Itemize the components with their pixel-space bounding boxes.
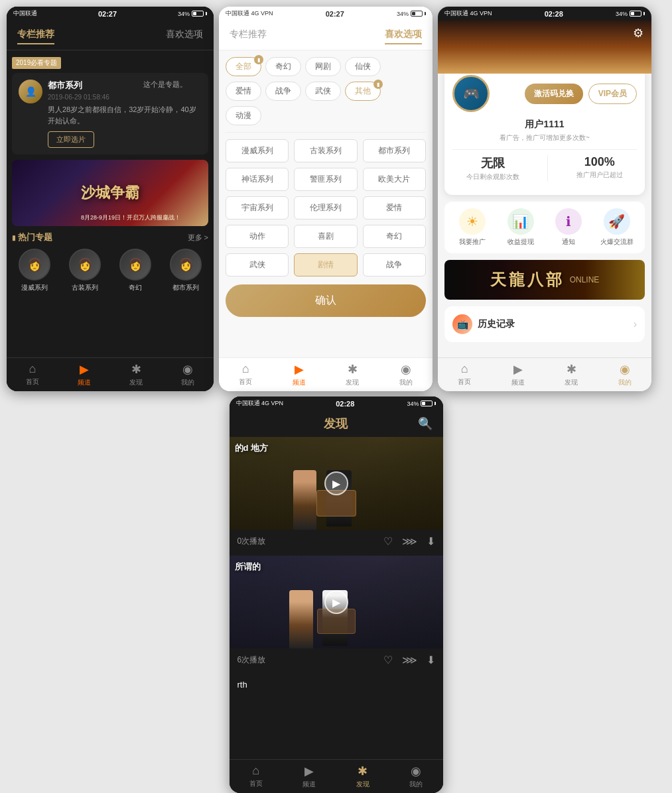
nav-mine-3[interactable]: ◉ 我的 xyxy=(598,362,652,387)
play-btn-2[interactable]: ▶ xyxy=(324,590,348,614)
channel-icon-1: ▶ xyxy=(80,362,89,377)
tab-column-recommend[interactable]: 专栏推荐 xyxy=(17,26,54,44)
download-icon-2[interactable]: ⬇ xyxy=(427,654,435,666)
sub-tag-ethics[interactable]: 伦理系列 xyxy=(294,196,357,219)
nav-channel-2[interactable]: ▶ 频道 xyxy=(273,362,326,387)
tag-other[interactable]: 其他 ▮ xyxy=(345,82,381,101)
nav-home-1[interactable]: ⌂ 首页 xyxy=(7,362,58,387)
top-tags-row2: 爱情 战争 武侠 其他 ▮ xyxy=(226,82,426,101)
tag-war[interactable]: 战争 xyxy=(265,82,301,101)
game-banner[interactable]: 沙城争霸 8月28-9月19日！开启万人跨服鏖战！ xyxy=(12,160,208,226)
search-icon-4[interactable]: 🔍 xyxy=(418,416,433,431)
hot-item-1[interactable]: 👩 古装系列 xyxy=(62,249,107,292)
nav-channel-3[interactable]: ▶ 频道 xyxy=(492,362,545,387)
like-icon-1[interactable]: ♡ xyxy=(383,535,393,548)
income-label: 收益提现 xyxy=(507,237,534,247)
sub-tag-drama[interactable]: 剧情 xyxy=(294,253,357,276)
time-2: 02:27 xyxy=(326,10,344,18)
tab-column-2[interactable]: 专栏推荐 xyxy=(230,26,267,44)
sub-tag-action[interactable]: 动作 xyxy=(226,225,289,248)
content-area-1: 2019必看专题 👤 都市系列 2019-06-29 01:58:46 男人28… xyxy=(7,50,214,357)
hot-more-btn[interactable]: 更多 > xyxy=(188,233,208,243)
bottom-nav-3: ⌂ 首页 ▶ 频道 ✱ 发现 ◉ 我的 xyxy=(438,357,651,391)
sub-tags-grid: 漫威系列 古装系列 都市系列 神话系列 警匪系列 欧美大片 宇宙系列 伦理系列 … xyxy=(226,139,426,276)
hot-item-0[interactable]: 👩 漫威系列 xyxy=(12,249,57,292)
tag-webseries[interactable]: 网剧 xyxy=(305,57,341,76)
func-promote[interactable]: ☀ 我要推广 xyxy=(451,208,494,247)
nav-discover-2[interactable]: ✱ 发现 xyxy=(326,362,379,387)
mine-label-1: 我的 xyxy=(181,378,194,387)
carrier-3: 中国联通 4G VPN xyxy=(444,9,492,18)
top-tags-row3: 动漫 xyxy=(226,106,426,125)
tag-all[interactable]: 全部 ▮ xyxy=(226,57,261,76)
sub-tag-urban[interactable]: 都市系列 xyxy=(363,139,426,162)
status-bar-2: 中国联通 4G VPN 02:27 34% xyxy=(219,7,433,21)
header-tabs-1: 专栏推荐 喜欢选项 xyxy=(7,21,214,50)
home-label-4: 首页 xyxy=(249,779,263,788)
func-income[interactable]: 📊 收益提现 xyxy=(500,208,543,247)
sub-tag-martial2[interactable]: 武侠 xyxy=(226,253,289,276)
banner-label: 2019必看专题 xyxy=(12,57,61,69)
mine-label-2: 我的 xyxy=(399,378,413,387)
video-card-1[interactable]: ▶ 的d 地方 0次播放 ♡ ⋙ ⬇ xyxy=(230,437,443,553)
nav-home-4[interactable]: ⌂ 首页 xyxy=(230,764,283,789)
nav-mine-4[interactable]: ◉ 我的 xyxy=(389,764,443,789)
vip-btn[interactable]: VIP会员 xyxy=(588,84,637,104)
nav-discover-4[interactable]: ✱ 发现 xyxy=(336,764,390,789)
channel-label-2: 频道 xyxy=(293,378,306,387)
watch-now-btn[interactable]: 立即选片 xyxy=(48,131,94,148)
settings-icon[interactable]: ⚙ xyxy=(633,26,643,40)
sub-tag-crime[interactable]: 警匪系列 xyxy=(294,168,357,191)
func-group[interactable]: 🚀 火爆交流群 xyxy=(596,208,639,247)
sub-tag-universe[interactable]: 宇宙系列 xyxy=(226,196,289,219)
sub-tag-comedy[interactable]: 喜剧 xyxy=(294,225,357,248)
stat-label-promote: 推广用户已超过 xyxy=(576,170,623,180)
discover-icon-1: ✱ xyxy=(131,362,141,377)
share-icon-1[interactable]: ⋙ xyxy=(402,535,417,548)
game-title-3: 天龍八部 xyxy=(490,269,565,290)
time-4: 02:28 xyxy=(336,400,354,408)
hot-item-2[interactable]: 👩 奇幻 xyxy=(113,249,158,292)
discover-title: 发现 xyxy=(324,416,348,432)
tag-romance[interactable]: 爱情 xyxy=(226,82,261,101)
download-icon-1[interactable]: ⬇ xyxy=(427,535,435,548)
tag-fantasy[interactable]: 奇幻 xyxy=(265,57,301,76)
sub-tag-costume[interactable]: 古装系列 xyxy=(294,139,357,162)
nav-discover-3[interactable]: ✱ 发现 xyxy=(545,362,598,387)
video-card-2[interactable]: ▶ 所谓的 6次播放 ♡ ⋙ ⬇ xyxy=(230,556,443,672)
func-notify[interactable]: ℹ 通知 xyxy=(547,208,590,247)
discover-icon-2: ✱ xyxy=(348,362,358,377)
nav-discover-1[interactable]: ✱ 发现 xyxy=(110,362,162,387)
confirm-button[interactable]: 确认 xyxy=(226,284,426,317)
share-icon-2[interactable]: ⋙ xyxy=(402,654,417,666)
tag-anime[interactable]: 动漫 xyxy=(226,106,261,125)
discover-icon-4: ✱ xyxy=(358,764,368,778)
tab-favorites[interactable]: 喜欢选项 xyxy=(166,26,203,44)
sub-tag-marvel[interactable]: 漫威系列 xyxy=(226,139,289,162)
nav-mine-2[interactable]: ◉ 我的 xyxy=(379,362,433,387)
group-label: 火爆交流群 xyxy=(600,237,634,247)
tab-favorites-2[interactable]: 喜欢选项 xyxy=(385,26,422,44)
nav-home-2[interactable]: ⌂ 首页 xyxy=(219,362,273,387)
game-banner-3[interactable]: 天龍八部 ONLINE xyxy=(444,260,645,300)
tag-immortal[interactable]: 仙侠 xyxy=(345,57,381,76)
sub-tag-fantasy2[interactable]: 奇幻 xyxy=(363,225,426,248)
sub-tag-romance2[interactable]: 爱情 xyxy=(363,196,426,219)
tag-martial[interactable]: 武侠 xyxy=(305,82,341,101)
like-icon-2[interactable]: ♡ xyxy=(383,654,393,666)
function-grid: ☀ 我要推广 📊 收益提现 ℹ 通知 🚀 火爆交流群 xyxy=(444,202,645,253)
hot-item-3[interactable]: 👩 都市系列 xyxy=(163,249,208,292)
nav-home-3[interactable]: ⌂ 首页 xyxy=(438,362,492,387)
sub-tag-myth[interactable]: 神话系列 xyxy=(226,168,289,191)
sub-tag-war2[interactable]: 战争 xyxy=(363,253,426,276)
play-btn-1[interactable]: ▶ xyxy=(324,471,348,495)
discover-label-3: 发现 xyxy=(565,378,578,387)
history-section[interactable]: 📺 历史记录 › xyxy=(444,306,645,342)
nav-channel-1[interactable]: ▶ 频道 xyxy=(58,362,110,387)
activation-btn[interactable]: 激活码兑换 xyxy=(525,84,583,104)
sub-tag-western[interactable]: 欧美大片 xyxy=(363,168,426,191)
nav-channel-4[interactable]: ▶ 频道 xyxy=(283,764,336,789)
content-card[interactable]: 👤 都市系列 2019-06-29 01:58:46 男人28岁之前都很自信，3… xyxy=(12,73,208,154)
favorites-content: 全部 ▮ 奇幻 网剧 仙侠 爱情 战争 武侠 其他 ▮ xyxy=(219,50,433,357)
nav-mine-1[interactable]: ◉ 我的 xyxy=(162,362,214,387)
